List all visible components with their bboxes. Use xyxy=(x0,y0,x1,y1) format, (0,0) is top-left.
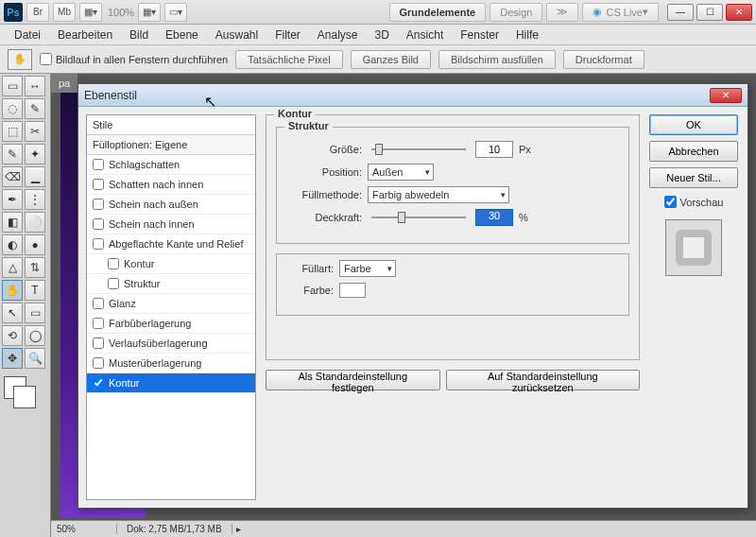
tool-5[interactable]: ✂ xyxy=(25,121,45,142)
style-checkbox-0[interactable] xyxy=(93,159,104,170)
menu-analyse[interactable]: Analyse xyxy=(309,28,367,42)
filltype-dropdown[interactable]: Farbe xyxy=(339,260,396,277)
style-checkbox-6[interactable] xyxy=(108,278,119,289)
background-swatch[interactable] xyxy=(13,386,36,408)
status-zoom[interactable]: 50% xyxy=(51,524,117,534)
style-checkbox-2[interactable] xyxy=(93,199,104,210)
style-checkbox-1[interactable] xyxy=(93,179,104,190)
screen-mode-button[interactable]: ▭▾ xyxy=(164,3,187,22)
color-swatch[interactable] xyxy=(339,283,366,298)
tool-11[interactable]: ⋮ xyxy=(25,189,45,210)
size-slider-thumb[interactable] xyxy=(375,144,383,155)
opacity-input[interactable]: 30 xyxy=(475,209,513,226)
dialog-close-button[interactable]: ✕ xyxy=(710,88,742,103)
tool-15[interactable]: ● xyxy=(25,234,45,255)
menu-ebene[interactable]: Ebene xyxy=(157,28,207,42)
style-checkbox-4[interactable] xyxy=(93,238,104,250)
style-checkbox-8[interactable] xyxy=(93,318,104,329)
actual-pixels-button[interactable]: Tatsächliche Pixel xyxy=(235,50,342,69)
workspace-more[interactable]: ≫ xyxy=(546,3,578,22)
tool-type[interactable]: T xyxy=(25,280,45,301)
reset-default-button[interactable]: Auf Standardeinstellung zurücksetzen xyxy=(446,370,640,390)
style-checkbox-5[interactable] xyxy=(108,258,119,269)
size-slider[interactable] xyxy=(371,148,466,150)
minimize-button[interactable]: — xyxy=(667,4,694,21)
tool-14[interactable]: ◐ xyxy=(2,234,23,255)
document-tab[interactable]: pa xyxy=(51,74,77,93)
status-doc-size[interactable]: Dok: 2,75 MB/1,73 MB xyxy=(117,524,232,534)
scroll-all-windows-checkbox[interactable]: Bildlauf in allen Fenstern durchführen xyxy=(40,53,228,65)
fill-screen-button[interactable]: Bildschirm ausfüllen xyxy=(438,50,556,69)
style-item-1[interactable]: Schatten nach innen xyxy=(87,175,255,195)
hand-tool-icon[interactable]: ✋ xyxy=(8,49,32,70)
style-item-0[interactable]: Schlagschatten xyxy=(87,155,255,175)
tool-10[interactable]: ✒ xyxy=(2,189,23,210)
tool-8[interactable]: ⌫ xyxy=(2,166,23,187)
dialog-titlebar[interactable]: Ebenenstil ✕ xyxy=(78,84,747,107)
set-default-button[interactable]: Als Standardeinstellung festlegen xyxy=(266,370,440,390)
cancel-button[interactable]: Abbrechen xyxy=(649,141,738,162)
tool-1[interactable]: ↔ xyxy=(25,76,45,96)
tool-9[interactable]: ▁ xyxy=(25,166,45,187)
blend-dropdown[interactable]: Farbig abwedeln xyxy=(368,186,509,203)
tool-12[interactable]: ◧ xyxy=(2,212,23,233)
menu-filter[interactable]: Filter xyxy=(266,28,309,42)
style-checkbox-11[interactable] xyxy=(93,377,104,389)
tool-4[interactable]: ⬚ xyxy=(2,121,23,142)
style-checkbox-7[interactable] xyxy=(93,298,104,309)
menu-bearbeiten[interactable]: Bearbeiten xyxy=(49,28,121,42)
close-button[interactable]: ✕ xyxy=(726,4,752,21)
tool-16[interactable]: △ xyxy=(2,257,23,278)
style-checkbox-3[interactable] xyxy=(93,218,104,230)
tool-2[interactable]: ◌ xyxy=(2,98,23,119)
style-item-9[interactable]: Verlaufsüberlagerung xyxy=(87,334,255,354)
tool-21[interactable]: ▭ xyxy=(25,303,45,323)
zoom-level[interactable]: 100% xyxy=(108,7,134,18)
menu-hilfe[interactable]: Hilfe xyxy=(507,28,547,42)
opacity-slider[interactable] xyxy=(371,217,466,218)
tool-24[interactable]: ✥ xyxy=(2,348,23,369)
style-item-3[interactable]: Schein nach innen xyxy=(87,215,255,234)
style-item-2[interactable]: Schein nach außen xyxy=(87,195,255,215)
tool-13[interactable]: ⚪ xyxy=(25,212,45,233)
workspace-tab-grundelemente[interactable]: Grundelemente xyxy=(389,3,487,22)
workspace-tab-design[interactable]: Design xyxy=(490,3,542,22)
mb-button[interactable]: Mb xyxy=(53,3,76,22)
film-button[interactable]: ▦▾ xyxy=(79,3,102,22)
tool-20[interactable]: ↖ xyxy=(2,303,23,323)
tool-3[interactable]: ✎ xyxy=(25,98,45,119)
style-item-10[interactable]: Musterüberlagerung xyxy=(87,354,255,373)
tool-7[interactable]: ✦ xyxy=(25,144,45,165)
tool-17[interactable]: ⇅ xyxy=(25,257,45,278)
new-style-button[interactable]: Neuer Stil... xyxy=(649,167,738,188)
size-input[interactable] xyxy=(475,141,513,158)
style-checkbox-9[interactable] xyxy=(93,338,104,349)
preview-checkbox[interactable]: Vorschau xyxy=(649,196,738,208)
tool-22[interactable]: ⟲ xyxy=(2,325,23,346)
maximize-button[interactable]: ☐ xyxy=(696,4,723,21)
br-button[interactable]: Br xyxy=(26,3,49,22)
menu-datei[interactable]: Datei xyxy=(6,28,49,42)
style-item-5[interactable]: Kontur xyxy=(87,254,255,274)
style-item-7[interactable]: Glanz xyxy=(87,294,255,314)
color-swatches[interactable] xyxy=(2,376,40,410)
view-mode-button[interactable]: ▦▾ xyxy=(138,3,161,22)
tool-hand[interactable]: ✋ xyxy=(2,280,23,301)
opacity-slider-thumb[interactable] xyxy=(398,212,405,223)
menu-auswahl[interactable]: Auswahl xyxy=(207,28,266,42)
fit-screen-button[interactable]: Ganzes Bild xyxy=(351,50,431,69)
position-dropdown[interactable]: Außen xyxy=(368,164,434,181)
menu-bild[interactable]: Bild xyxy=(121,28,157,42)
style-item-11[interactable]: Kontur xyxy=(87,373,255,393)
style-item-4[interactable]: Abgeflachte Kante und Relief xyxy=(87,234,255,254)
fill-options-row[interactable]: Fülloptionen: Eigene xyxy=(87,135,255,155)
tool-6[interactable]: ✎ xyxy=(2,144,23,165)
style-item-8[interactable]: Farbüberlagerung xyxy=(87,314,255,334)
style-checkbox-10[interactable] xyxy=(93,357,104,369)
menu-3d[interactable]: 3D xyxy=(367,28,398,42)
tool-zoom[interactable]: 🔍 xyxy=(25,348,45,369)
menu-fenster[interactable]: Fenster xyxy=(452,28,507,42)
ok-button[interactable]: OK xyxy=(649,114,738,135)
menu-ansicht[interactable]: Ansicht xyxy=(398,28,452,42)
tool-0[interactable]: ▭ xyxy=(2,76,23,96)
